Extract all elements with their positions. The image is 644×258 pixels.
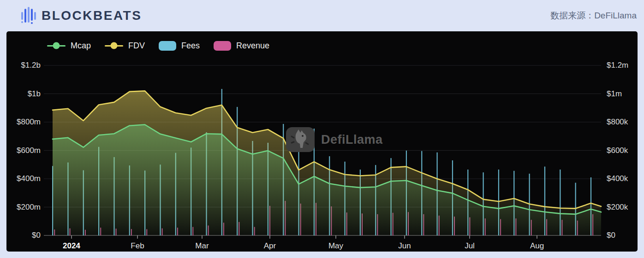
x-axis-label-Jul: Jul	[465, 241, 475, 251]
legend-item-fdv[interactable]: FDV	[105, 41, 145, 51]
chart-legend: Mcap FDV Fees Revenue	[47, 39, 269, 53]
x-axis-label-Apr: Apr	[264, 241, 276, 251]
y-axis-right-label: $200k	[607, 202, 628, 212]
mcap-line-marker	[47, 45, 66, 47]
chart-canvas[interactable]	[6, 31, 638, 252]
data-source-label: 数据来源：DeFiLlama	[550, 10, 637, 22]
chart-panel: Mcap FDV Fees Revenue DefiLlama 2024FebM…	[6, 31, 638, 252]
x-axis-label-2024: 2024	[63, 241, 80, 251]
y-axis-left-label: $400m	[6, 174, 41, 184]
legend-label-fees: Fees	[181, 41, 200, 51]
y-axis-left-label: $0	[6, 230, 41, 240]
blockbeats-logo-icon	[21, 6, 37, 25]
mcap-dot-marker	[53, 42, 60, 49]
x-axis-label-Aug: Aug	[530, 241, 544, 251]
fdv-line-marker	[105, 45, 123, 47]
y-axis-right-label: $600k	[607, 146, 628, 156]
y-axis-right-label: $1.2m	[607, 60, 628, 70]
y-axis-right-label: $400k	[607, 174, 628, 184]
y-axis-right-label: $1m	[607, 89, 622, 99]
x-axis-label-Feb: Feb	[131, 241, 144, 251]
x-axis-label-Mar: Mar	[195, 241, 209, 251]
y-axis-left-label: $200m	[6, 202, 41, 212]
y-axis-right-label: $0	[607, 230, 615, 240]
legend-item-revenue[interactable]: Revenue	[214, 41, 269, 51]
y-axis-left-label: $600m	[6, 146, 41, 156]
blockbeats-logo[interactable]: BLOCKBEATS	[21, 6, 142, 25]
revenue-swatch-marker	[214, 41, 231, 51]
legend-item-fees[interactable]: Fees	[159, 41, 200, 51]
y-axis-left-label: $1b	[6, 89, 41, 99]
header: BLOCKBEATS 数据来源：DeFiLlama	[0, 0, 644, 31]
legend-label-revenue: Revenue	[236, 41, 269, 51]
legend-label-fdv: FDV	[128, 41, 145, 51]
x-axis-label-May: May	[328, 241, 343, 251]
blockbeats-logo-text: BLOCKBEATS	[42, 8, 142, 23]
fdv-dot-marker	[111, 42, 118, 49]
legend-label-mcap: Mcap	[71, 41, 91, 51]
x-axis-label-Jun: Jun	[398, 241, 411, 251]
fees-swatch-marker	[159, 41, 176, 51]
y-axis-left-label: $1.2b	[6, 60, 41, 70]
y-axis-left-label: $800m	[6, 117, 41, 127]
legend-item-mcap[interactable]: Mcap	[47, 41, 91, 51]
y-axis-right-label: $800k	[607, 117, 628, 127]
